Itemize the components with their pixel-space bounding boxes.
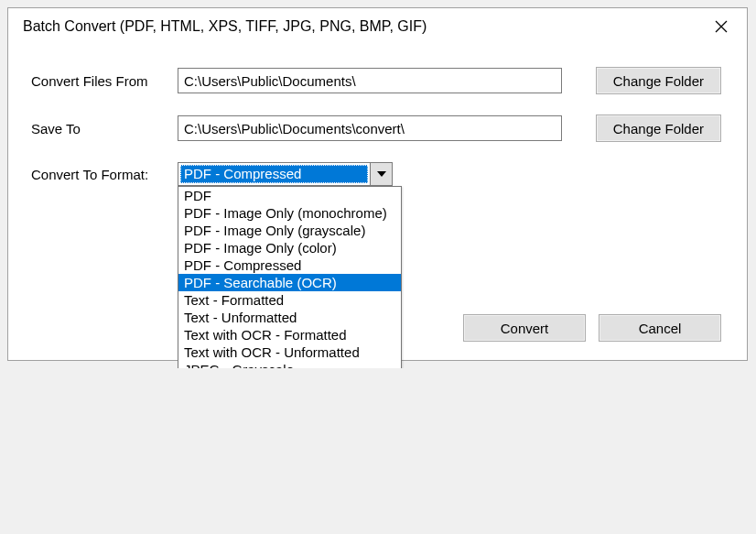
save-to-input[interactable]	[178, 115, 562, 141]
format-option[interactable]: Text with OCR - Formatted	[178, 326, 401, 343]
format-select-value: PDF - Compressed	[180, 165, 368, 183]
convert-format-label: Convert To Format:	[31, 167, 178, 182]
format-option[interactable]: Text with OCR - Unformatted	[178, 343, 401, 361]
convert-from-row: Convert Files From Change Folder	[31, 67, 729, 94]
format-row: Convert To Format: PDF - Compressed PDFP…	[31, 162, 729, 186]
cancel-button[interactable]: Cancel	[599, 314, 721, 342]
svg-marker-2	[377, 171, 386, 177]
save-to-label: Save To	[31, 121, 178, 136]
format-option[interactable]: Text - Formatted	[178, 291, 401, 309]
format-select[interactable]: PDF - Compressed	[178, 162, 393, 186]
convert-from-input[interactable]	[178, 68, 562, 93]
convert-button[interactable]: Convert	[463, 314, 586, 342]
format-option[interactable]: PDF - Image Only (monochrome)	[178, 204, 401, 222]
window-title: Batch Convert (PDF, HTML, XPS, TIFF, JPG…	[23, 18, 427, 35]
format-option[interactable]: JPEG - Grayscale	[178, 361, 401, 368]
format-option[interactable]: Text - Unformatted	[178, 309, 401, 326]
format-option[interactable]: PDF	[178, 187, 401, 204]
format-option[interactable]: PDF - Searchable (OCR)	[178, 274, 401, 291]
close-button[interactable]	[707, 16, 736, 38]
close-icon	[715, 20, 728, 33]
chevron-down-icon	[377, 171, 386, 177]
format-option[interactable]: PDF - Compressed	[178, 256, 401, 274]
save-to-row: Save To Change Folder	[31, 114, 729, 142]
format-select-arrow[interactable]	[370, 163, 392, 185]
format-option[interactable]: PDF - Image Only (color)	[178, 239, 401, 256]
change-folder-to-button[interactable]: Change Folder	[596, 114, 721, 142]
change-folder-from-button[interactable]: Change Folder	[596, 67, 721, 94]
format-option[interactable]: PDF - Image Only (grayscale)	[178, 222, 401, 239]
titlebar: Batch Convert (PDF, HTML, XPS, TIFF, JPG…	[8, 8, 747, 45]
dialog-content: Convert Files From Change Folder Save To…	[8, 45, 747, 204]
format-dropdown[interactable]: PDFPDF - Image Only (monochrome)PDF - Im…	[178, 186, 402, 368]
batch-convert-dialog: Batch Convert (PDF, HTML, XPS, TIFF, JPG…	[7, 7, 748, 361]
format-select-wrap: PDF - Compressed PDFPDF - Image Only (mo…	[178, 162, 393, 186]
convert-from-label: Convert Files From	[31, 73, 178, 89]
